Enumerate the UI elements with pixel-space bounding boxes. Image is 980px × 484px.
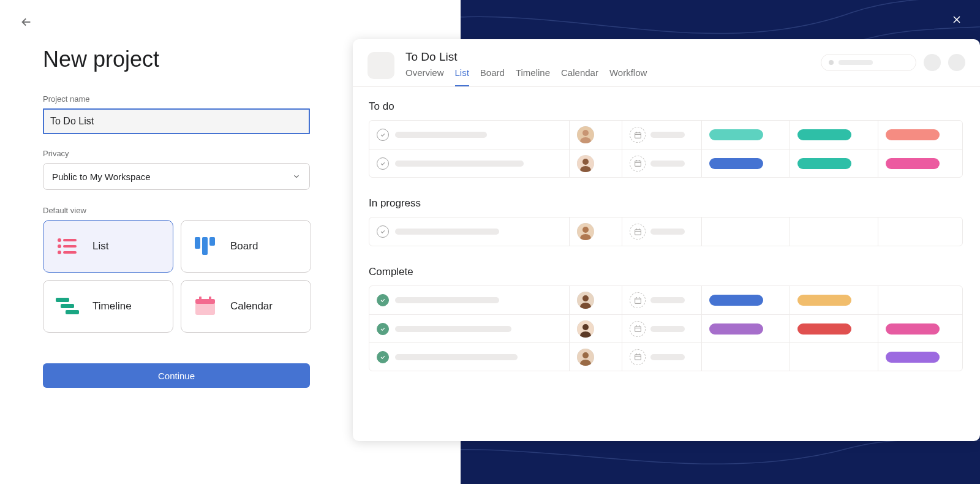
svg-point-47 <box>582 324 589 330</box>
svg-rect-21 <box>635 132 641 138</box>
svg-point-40 <box>582 295 589 301</box>
preview-project-title: To Do List <box>405 50 647 64</box>
svg-rect-3 <box>63 245 77 248</box>
svg-rect-10 <box>61 304 74 308</box>
view-option-list[interactable]: List <box>43 220 173 273</box>
svg-rect-5 <box>63 251 77 254</box>
svg-rect-11 <box>66 310 79 314</box>
tag-placeholder <box>797 323 851 335</box>
tab-calendar[interactable]: Calendar <box>561 67 598 86</box>
svg-point-2 <box>58 244 61 248</box>
back-button[interactable] <box>20 15 34 29</box>
avatar-placeholder <box>948 54 965 71</box>
view-option-label: Calendar <box>230 300 273 312</box>
svg-point-26 <box>582 159 589 165</box>
preview-tabs: Overview List Board Timeline Calendar Wo… <box>405 67 647 86</box>
close-button[interactable] <box>951 13 963 26</box>
view-option-label: List <box>92 240 108 252</box>
tag-placeholder <box>886 352 940 363</box>
svg-rect-49 <box>635 327 641 332</box>
default-view-label: Default view <box>43 206 310 215</box>
section-table-inprogress <box>369 217 963 246</box>
list-icon <box>56 235 79 258</box>
board-icon <box>194 235 217 258</box>
task-title-placeholder <box>395 297 499 303</box>
tag-placeholder <box>709 323 763 335</box>
task-title-placeholder <box>395 132 487 138</box>
page-title: New project <box>43 47 310 72</box>
calendar-icon <box>630 127 646 143</box>
date-placeholder <box>650 132 685 138</box>
tag-placeholder <box>886 129 940 140</box>
check-circle-icon[interactable] <box>377 129 389 141</box>
calendar-icon <box>194 295 217 318</box>
assignee-avatar <box>577 155 594 172</box>
task-row <box>369 314 962 342</box>
task-title-placeholder <box>395 354 518 360</box>
check-circle-icon[interactable] <box>377 351 389 363</box>
task-title-placeholder <box>395 326 511 332</box>
assignee-avatar <box>577 223 594 240</box>
tab-workflow[interactable]: Workflow <box>609 67 647 86</box>
section-complete: Complete <box>369 266 980 278</box>
svg-point-54 <box>582 352 589 358</box>
task-row <box>369 121 962 149</box>
calendar-icon <box>630 292 646 308</box>
task-title-placeholder <box>395 229 499 235</box>
project-name-label: Project name <box>43 94 310 104</box>
section-table-todo <box>369 120 963 178</box>
svg-rect-6 <box>195 237 200 249</box>
view-option-label: Board <box>230 240 258 252</box>
tag-placeholder <box>797 295 851 306</box>
privacy-select[interactable]: Public to My Workspace <box>43 163 310 190</box>
assignee-avatar <box>577 126 594 143</box>
svg-rect-8 <box>209 237 215 246</box>
date-placeholder <box>650 354 685 360</box>
section-inprogress: In progress <box>369 197 980 210</box>
svg-rect-35 <box>635 229 641 235</box>
date-placeholder <box>650 161 685 167</box>
svg-rect-28 <box>635 161 641 167</box>
tab-list[interactable]: List <box>455 67 469 86</box>
project-name-input[interactable] <box>43 108 310 134</box>
assignee-avatar <box>577 292 594 309</box>
assignee-avatar <box>577 320 594 338</box>
svg-point-33 <box>582 227 589 233</box>
svg-point-4 <box>58 251 61 254</box>
tag-placeholder <box>709 158 763 169</box>
section-table-complete <box>369 285 963 371</box>
view-option-timeline[interactable]: Timeline <box>43 280 173 333</box>
task-row <box>369 149 962 177</box>
check-circle-icon[interactable] <box>377 323 389 335</box>
svg-rect-1 <box>63 239 77 241</box>
continue-button[interactable]: Continue <box>43 363 310 388</box>
tag-placeholder <box>886 323 940 335</box>
check-circle-icon[interactable] <box>377 225 389 238</box>
svg-rect-15 <box>209 297 211 301</box>
calendar-icon <box>630 156 646 172</box>
check-circle-icon[interactable] <box>377 157 389 170</box>
tab-timeline[interactable]: Timeline <box>516 67 550 86</box>
privacy-label: Privacy <box>43 149 310 158</box>
date-placeholder <box>650 229 685 235</box>
svg-rect-7 <box>202 237 208 255</box>
task-row <box>369 286 962 314</box>
view-option-calendar[interactable]: Calendar <box>181 280 311 333</box>
view-option-board[interactable]: Board <box>181 220 311 273</box>
tag-placeholder <box>886 158 940 169</box>
timeline-icon <box>56 295 79 318</box>
header-pill-placeholder <box>821 54 916 71</box>
calendar-icon <box>630 349 646 365</box>
check-circle-icon[interactable] <box>377 294 389 306</box>
calendar-icon <box>630 321 646 337</box>
assignee-avatar <box>577 349 594 366</box>
svg-rect-9 <box>56 298 69 302</box>
avatar-placeholder <box>924 54 941 71</box>
task-title-placeholder <box>395 161 524 167</box>
view-option-label: Timeline <box>92 300 132 312</box>
svg-rect-14 <box>199 297 202 301</box>
tab-board[interactable]: Board <box>480 67 505 86</box>
project-icon-placeholder <box>368 52 394 79</box>
tab-overview[interactable]: Overview <box>405 67 444 86</box>
svg-point-19 <box>582 130 589 136</box>
